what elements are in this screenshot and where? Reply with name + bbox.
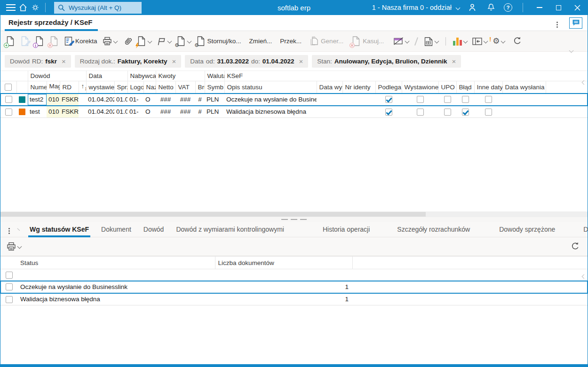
cell-inne-daty[interactable]	[474, 106, 502, 118]
row-checkbox[interactable]	[5, 109, 12, 116]
column-header-netto[interactable]: Netto	[156, 81, 175, 94]
cell-wystawienia[interactable]: 01.04.2022	[86, 94, 114, 106]
blad-checkbox[interactable]	[462, 109, 469, 116]
more-options-icon[interactable]	[555, 19, 560, 27]
remove-filter-icon[interactable]: ×	[172, 58, 176, 65]
cell-numer[interactable]: test2	[28, 94, 47, 106]
cell-vat[interactable]: ###	[175, 106, 195, 118]
column-header-sort[interactable]: ↑1	[79, 81, 86, 94]
cell-logo[interactable]: 01-	[127, 106, 143, 118]
scrollbar-thumb[interactable]	[0, 212, 426, 217]
attachments-button[interactable]	[124, 37, 132, 46]
home-icon[interactable]	[17, 1, 29, 14]
refresh-button[interactable]	[571, 242, 580, 251]
cell-podlega[interactable]	[375, 94, 402, 106]
form-view-button[interactable]	[424, 36, 438, 46]
column-header-liczba-dokumentow[interactable]: Liczba dokumentów	[215, 257, 352, 269]
cell-rd[interactable]: FSKR	[60, 94, 79, 106]
cell-opis-statusu[interactable]: Oczekuje na wysłanie do Businesslink	[224, 94, 317, 106]
group-header-ksef[interactable]: KSeF	[224, 71, 588, 81]
cell-mag[interactable]: 010	[47, 94, 60, 106]
column-header-upo[interactable]: UPO	[438, 81, 456, 94]
maximize-button[interactable]	[552, 1, 564, 14]
group-header-kwoty[interactable]: Kwoty	[156, 71, 205, 81]
group-header-nabywca[interactable]: Nabywca	[127, 71, 156, 81]
cell-blad[interactable]	[456, 106, 474, 118]
filter-chip-rodzaj-dok[interactable]: Rodzaj dok.: Faktury, Korekty ×	[75, 55, 181, 68]
column-header-data-wyst[interactable]: Data wyst	[317, 81, 342, 94]
help-icon[interactable]: ?	[504, 3, 512, 12]
column-header-nazwa[interactable]: Nazwa	[143, 81, 156, 94]
column-header-blad[interactable]: Błąd	[456, 81, 474, 94]
cell-liczba-dokumentow[interactable]: 1	[215, 293, 352, 305]
table-row[interactable]: Oczekuje na wysłanie do Businesslink 1	[0, 281, 588, 293]
group-header-data[interactable]: Data	[86, 71, 127, 81]
tab-dowody-sprzezone[interactable]: Dowody sprzężone	[493, 222, 561, 237]
cell-blad[interactable]	[456, 94, 474, 106]
kasuj-button[interactable]: ✕ Kasuj...	[351, 36, 384, 47]
print-button[interactable]	[7, 242, 21, 251]
flag-button[interactable]	[157, 37, 171, 46]
column-header-numer[interactable]: Numer	[28, 81, 47, 94]
user-icon[interactable]	[466, 1, 478, 14]
column-header-inne-daty[interactable]: Inne daty	[474, 81, 502, 94]
tab-wg-statusow-ksef[interactable]: Wg statusów KSeF	[24, 222, 95, 237]
column-header-brutto[interactable]: Brutto	[195, 81, 205, 94]
cell-logo[interactable]: 01-	[127, 94, 143, 106]
column-header-rd[interactable]: RD	[60, 81, 79, 94]
filter-chip-stan[interactable]: Stan: Anulowany, Edycja, Brulion, Dzienn…	[312, 55, 461, 68]
refresh-button[interactable]	[513, 37, 522, 46]
menu-icon[interactable]	[5, 1, 17, 14]
cell-wystawione[interactable]	[402, 94, 438, 106]
row-checkbox[interactable]	[5, 96, 12, 103]
column-header-status[interactable]: Status	[17, 257, 215, 269]
przekaz-button[interactable]: Przek...	[280, 38, 302, 45]
cell-mag[interactable]: 010	[47, 106, 60, 118]
column-header-sprzedazy[interactable]: Sprzedaży	[114, 81, 127, 94]
document-info-button[interactable]: i	[35, 36, 44, 47]
tab-rejestr-sprzedazy-ksef[interactable]: Rejestr sprzedaży / KSeF	[8, 15, 92, 31]
cell-podlega[interactable]	[375, 106, 402, 118]
notifications-icon[interactable]	[485, 1, 497, 14]
cell-sprzedazy[interactable]: 01.04.2022	[114, 106, 127, 118]
chart-button[interactable]	[453, 37, 467, 46]
column-header-podlega[interactable]: Podlega	[375, 81, 402, 94]
blad-checkbox[interactable]	[462, 96, 469, 103]
stornuj-button[interactable]: ⚙ Stornuj/ko...	[196, 36, 241, 47]
cell-wystawione[interactable]	[402, 106, 438, 118]
tab-historia-operacji[interactable]: Historia operacji	[317, 222, 376, 237]
comments-panel-button[interactable]	[569, 17, 582, 29]
new-document-button[interactable]: +	[6, 36, 15, 47]
filter-chip-dowod[interactable]: Dowód RD: fskr ×	[5, 55, 71, 68]
document-operations-button[interactable]: ⚙	[176, 36, 191, 47]
table-row[interactable]: Walidacja biznesowa błędna 1	[0, 293, 588, 305]
podlega-checkbox[interactable]	[385, 96, 392, 103]
wystawione-checkbox[interactable]	[417, 96, 424, 103]
table-row[interactable]: test 010 FSKR 01.04.2022 01.04.2022 01- …	[0, 106, 588, 118]
podlega-checkbox[interactable]	[385, 109, 392, 116]
column-header-vat[interactable]: VAT	[175, 81, 195, 94]
print-button[interactable]	[103, 37, 117, 46]
column-header-nr-ident[interactable]: Nr identy	[342, 81, 375, 94]
table-row[interactable]: test2 010 FSKR 01.04.2022 01.04.2022 01-…	[0, 94, 588, 106]
company-selector[interactable]: 1 - Nasza firma 0 - oddział	[372, 4, 460, 11]
cell-status-color[interactable]	[16, 106, 28, 118]
column-header-status-color[interactable]	[16, 81, 28, 94]
cell-data-wyslania[interactable]	[502, 94, 546, 106]
cell-nazwa[interactable]: O	[143, 106, 156, 118]
cell-sprzedazy[interactable]: 01.04.2022	[114, 94, 127, 106]
cell-data-wyst[interactable]	[317, 106, 342, 118]
tab-dodatkowe-dane[interactable]: Dodatkowe da	[577, 222, 588, 237]
column-header-symbol[interactable]: Symb	[205, 81, 224, 94]
cell-status[interactable]: Walidacja biznesowa błędna	[17, 293, 215, 305]
column-header-wystawienia[interactable]: wystawienia	[86, 81, 114, 94]
upo-checkbox[interactable]	[444, 96, 451, 103]
generuj-button[interactable]: Gener...	[310, 36, 343, 47]
cell-netto[interactable]: ###	[156, 106, 175, 118]
column-header-opis-statusu[interactable]: Opis statusu	[224, 81, 317, 94]
cell-brutto[interactable]: #	[195, 94, 205, 106]
no-email-button[interactable]	[394, 37, 409, 45]
cell-nazwa[interactable]: O	[143, 94, 156, 106]
group-header-dowod[interactable]: Dowód	[28, 71, 86, 81]
cell-opis-statusu[interactable]: Walidacja biznesowa błędna	[224, 106, 317, 118]
